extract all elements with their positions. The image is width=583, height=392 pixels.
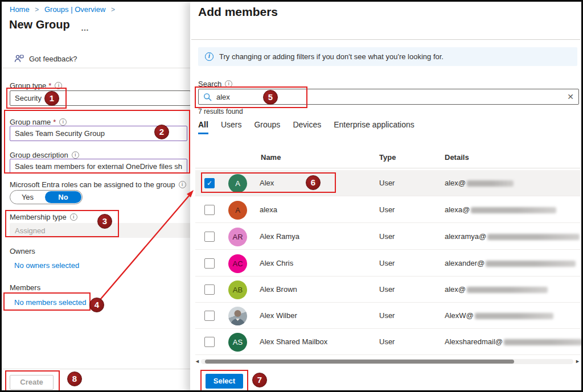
row-checkbox[interactable] (204, 337, 215, 347)
breadcrumb-home[interactable]: Home (10, 5, 30, 14)
tab-all[interactable]: All (198, 120, 208, 134)
divider (2, 68, 191, 68)
avatar: A (228, 201, 247, 220)
horizontal-scrollbar-thumb[interactable] (205, 360, 514, 364)
info-icon[interactable]: i (179, 181, 186, 188)
column-header-name[interactable]: Name (261, 153, 281, 162)
column-header-details[interactable]: Details (445, 153, 469, 162)
redacted-text (486, 261, 576, 267)
select-button[interactable]: Select (206, 374, 243, 389)
search-box[interactable]: ✕ (198, 89, 579, 105)
members-label: Members (10, 283, 40, 292)
divider (2, 369, 190, 369)
row-details: AlexW@ (445, 303, 553, 329)
entra-roles-toggle[interactable]: Yes No (10, 190, 83, 204)
group-type-select[interactable] (10, 90, 191, 106)
row-name: alexa (260, 197, 277, 223)
row-details: alexander@ (445, 250, 576, 277)
info-banner-text: Try changing or adding filters if you do… (219, 52, 444, 61)
search-label: Search i (198, 80, 232, 88)
table-row-alex-shared-mailbox[interactable]: AS Alex Shared Mailbox User Alexsharedma… (195, 329, 580, 355)
toggle-yes-option[interactable]: Yes (10, 193, 45, 201)
row-type: User (379, 170, 395, 196)
redacted-text (475, 313, 553, 319)
info-icon[interactable]: i (70, 213, 77, 221)
row-checkbox-checked[interactable]: ✓ (204, 178, 215, 188)
row-checkbox[interactable] (204, 311, 215, 321)
info-icon[interactable]: i (59, 118, 67, 126)
redacted-text (471, 207, 556, 213)
row-type: User (379, 250, 395, 277)
table-row-alex-chris[interactable]: AC Alex Chris User alexander@ (195, 250, 580, 277)
group-name-input[interactable] (10, 126, 187, 141)
info-icon[interactable]: i (55, 82, 62, 89)
no-owners-selected-link[interactable]: No owners selected (14, 261, 79, 270)
row-name: Alex Ramya (260, 224, 299, 250)
membership-type-label: Membership type i (10, 213, 77, 221)
tab-enterprise-applications[interactable]: Enterprise applications (334, 120, 414, 134)
clear-search-icon[interactable]: ✕ (567, 92, 574, 101)
avatar: AB (228, 280, 247, 299)
row-name: Alex (260, 170, 274, 196)
no-members-selected-link[interactable]: No members selected (14, 298, 86, 307)
tab-devices[interactable]: Devices (293, 120, 321, 134)
panel-title: Add members (198, 5, 278, 19)
breadcrumb-separator-icon: > (35, 6, 39, 14)
row-type: User (379, 303, 395, 329)
row-name: Alex Shared Mailbox (260, 329, 327, 355)
redacted-text (504, 339, 583, 345)
group-description-label: Group description i (10, 151, 79, 159)
tab-groups[interactable]: Groups (254, 120, 280, 134)
info-icon: i (205, 52, 214, 61)
search-input[interactable] (216, 93, 563, 101)
feedback-label: Got feedback? (29, 55, 77, 63)
row-details: alexramya@ (445, 224, 580, 250)
redacted-text (467, 180, 514, 187)
create-button[interactable]: Create (10, 375, 54, 390)
callout-4: 4 (89, 298, 104, 312)
divider (191, 39, 580, 40)
table-row-alex-wilber[interactable]: Alex Wilber User AlexW@ (195, 303, 580, 329)
row-details: Alexsharedmail@ (445, 329, 583, 355)
membership-type-select (10, 223, 191, 238)
toggle-no-option[interactable]: No (45, 191, 81, 203)
scroll-right-icon[interactable]: ► (575, 358, 580, 365)
screen: Home > Groups | Overview > New Group … G… (0, 0, 583, 392)
row-checkbox[interactable] (204, 205, 215, 215)
redacted-text (467, 287, 548, 293)
breadcrumb: Home > Groups | Overview > (10, 5, 118, 14)
person-photo-icon (228, 307, 247, 325)
row-checkbox[interactable] (204, 232, 215, 242)
table-row-alexa[interactable]: A alexa User alexa@ (195, 197, 580, 223)
avatar: AR (228, 228, 247, 246)
more-menu-icon[interactable]: … (81, 23, 89, 32)
table-row-alex-ramya[interactable]: AR Alex Ramya User alexramya@ (195, 224, 580, 250)
divider (195, 168, 580, 168)
row-type: User (379, 329, 395, 355)
tab-users[interactable]: Users (221, 120, 242, 134)
table-row-alex[interactable]: ✓ A Alex User alex@ (195, 170, 580, 196)
group-type-label: Group type * i (10, 81, 62, 90)
group-description-input[interactable] (10, 159, 187, 174)
search-icon (203, 93, 212, 101)
column-header-type[interactable]: Type (379, 153, 396, 162)
required-asterisk: * (53, 118, 56, 126)
avatar: AS (228, 333, 247, 352)
breadcrumb-groups-overview[interactable]: Groups | Overview (44, 5, 105, 14)
info-icon[interactable]: i (225, 80, 232, 88)
row-details: alex@ (445, 170, 514, 196)
row-details: alex@ (445, 277, 548, 303)
callout-8: 8 (67, 372, 82, 386)
row-name: Alex Brown (260, 277, 297, 303)
row-checkbox[interactable] (204, 258, 215, 269)
row-checkbox[interactable] (204, 284, 215, 295)
page-title: New Group (9, 18, 70, 31)
results-count: 7 results found (198, 108, 243, 115)
row-type: User (379, 277, 395, 303)
scroll-left-icon[interactable]: ◄ (195, 358, 200, 365)
info-banner: i Try changing or adding filters if you … (198, 47, 577, 66)
got-feedback-link[interactable]: Got feedback? (14, 54, 77, 63)
entra-roles-label: Microsoft Entra roles can be assigned to… (10, 180, 190, 189)
table-row-alex-brown[interactable]: AB Alex Brown User alex@ (195, 277, 580, 303)
info-icon[interactable]: i (72, 151, 79, 159)
